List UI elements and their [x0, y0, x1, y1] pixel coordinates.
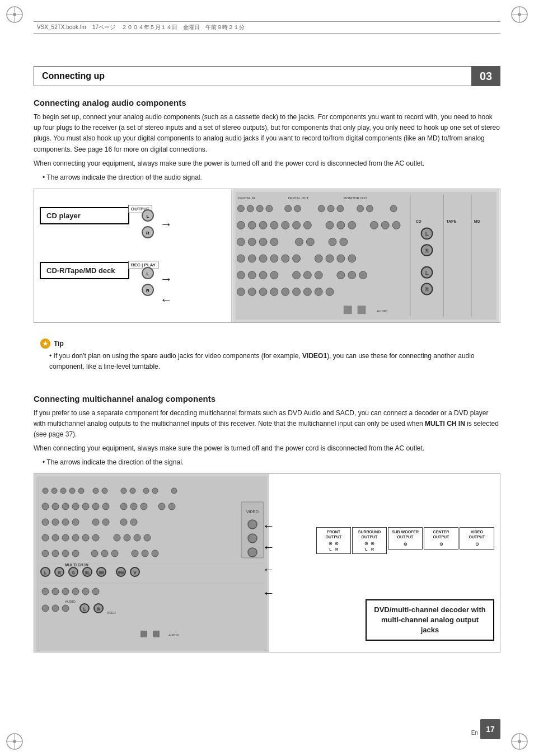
receiver-svg-1: DIGITAL IN DIGITAL OUT MONITOR OUT: [232, 189, 500, 322]
svg-text:R: R: [58, 571, 60, 575]
corner-mark-tl: [4, 4, 25, 25]
section1-body2: When connecting your equipment, always m…: [34, 158, 500, 169]
svg-point-186: [62, 605, 69, 612]
svg-point-56: [259, 238, 267, 246]
svg-point-45: [282, 222, 289, 229]
svg-point-61: [340, 238, 348, 246]
svg-point-137: [52, 519, 59, 525]
svg-text:R: R: [146, 231, 149, 236]
svg-point-160: [111, 550, 118, 557]
svg-point-84: [259, 288, 267, 296]
svg-point-32: [266, 205, 273, 212]
arrow-cd-right: →: [160, 217, 172, 232]
section-header: Connecting up: [34, 66, 500, 86]
svg-point-125: [52, 503, 59, 510]
front-output-box: FRONT OUTPUT ⊙ L ⊙ R: [316, 527, 351, 554]
svg-point-152: [134, 534, 140, 541]
meta-page: 17: [92, 24, 99, 30]
svg-point-161: [132, 550, 138, 557]
svg-point-154: [42, 550, 49, 557]
svg-point-43: [259, 222, 267, 229]
cd-player-label: CD player: [40, 207, 129, 224]
rca-cd: L R: [134, 203, 162, 248]
svg-text:CD: CD: [416, 219, 421, 223]
svg-point-148: [82, 534, 89, 541]
svg-text:SL: SL: [85, 571, 91, 575]
svg-point-36: [327, 205, 334, 212]
corner-mark-bl: [4, 731, 25, 752]
svg-point-42: [248, 222, 256, 229]
svg-text:L: L: [425, 231, 429, 237]
svg-text:SR: SR: [99, 571, 104, 575]
section1-body1: To begin set up, connect your analog aud…: [34, 112, 500, 155]
svg-point-146: [62, 534, 69, 541]
center-output-box: CENTER OUTPUT ⊙: [424, 527, 458, 550]
svg-point-112: [43, 488, 48, 494]
section2-bold1: MULTI CH IN: [425, 420, 465, 428]
svg-point-179: [52, 588, 59, 595]
output-labels: FRONT OUTPUT ⊙ L ⊙ R SURROUND OUTPUT: [316, 527, 494, 554]
svg-point-44: [270, 222, 278, 229]
svg-point-133: [140, 503, 147, 510]
svg-point-79: [337, 271, 345, 279]
svg-point-117: [93, 488, 99, 494]
svg-point-156: [62, 550, 69, 557]
svg-point-71: [348, 255, 356, 262]
svg-text:SW: SW: [118, 571, 124, 575]
svg-point-75: [270, 271, 278, 279]
svg-text:MONITOR OUT: MONITOR OUT: [344, 196, 367, 200]
svg-point-184: [42, 605, 49, 612]
svg-point-65: [270, 255, 278, 262]
main-content: Connecting analog audio components To be…: [34, 98, 500, 663]
svg-text:AUDIO: AUDIO: [377, 309, 387, 313]
svg-point-58: [296, 238, 303, 246]
svg-point-66: [282, 255, 289, 262]
svg-point-153: [144, 534, 151, 541]
svg-text:R: R: [425, 248, 429, 253]
svg-point-46: [293, 222, 301, 229]
svg-text:V: V: [134, 571, 137, 575]
svg-point-142: [120, 519, 127, 525]
svg-point-37: [337, 205, 344, 212]
svg-point-201: [248, 520, 257, 529]
svg-text:L: L: [425, 270, 429, 276]
arrow-tape-left: ←: [160, 293, 172, 307]
svg-point-81: [359, 271, 367, 279]
section2-title: Connecting multichannel analog component…: [34, 394, 500, 403]
svg-point-139: [72, 519, 79, 525]
svg-point-113: [51, 488, 57, 494]
svg-point-141: [102, 519, 109, 525]
svg-point-127: [72, 503, 79, 510]
svg-point-157: [72, 550, 79, 557]
section-header-title: Connecting up: [42, 71, 105, 81]
svg-point-47: [303, 222, 311, 229]
svg-point-40: [390, 205, 397, 212]
section2-body1: If you prefer to use a separate componen…: [34, 408, 500, 440]
svg-point-182: [82, 588, 89, 595]
receiver-svg-2: L R C SL SR SW V: [34, 474, 269, 652]
svg-point-49: [337, 222, 345, 229]
svg-text:L: L: [147, 214, 149, 219]
svg-point-74: [259, 271, 267, 279]
svg-text:C: C: [72, 571, 74, 575]
svg-point-39: [366, 205, 373, 212]
arrow-tape-right: →: [160, 272, 172, 287]
svg-point-155: [52, 550, 59, 557]
d2-arrow-1: ←: [263, 519, 275, 533]
svg-point-130: [102, 503, 109, 510]
svg-rect-106: [358, 306, 366, 314]
svg-point-121: [143, 488, 149, 494]
svg-rect-197: [153, 631, 160, 637]
tip-header: ★ Tip: [40, 339, 494, 349]
svg-point-64: [259, 255, 267, 262]
svg-point-114: [60, 488, 66, 494]
svg-point-151: [124, 534, 130, 541]
svg-point-144: [42, 534, 49, 541]
svg-point-88: [303, 288, 311, 296]
rca-tape: L R: [134, 261, 162, 311]
meta-bar: VSX_52TX.book.fm 17ページ ２００４年５月１４日 金曜日 午前…: [34, 21, 500, 34]
corner-mark-tr: [509, 4, 530, 25]
svg-point-147: [72, 534, 79, 541]
cdrtape-label: CD-R/Tape/MD deck: [40, 262, 129, 279]
svg-point-29: [237, 205, 244, 212]
